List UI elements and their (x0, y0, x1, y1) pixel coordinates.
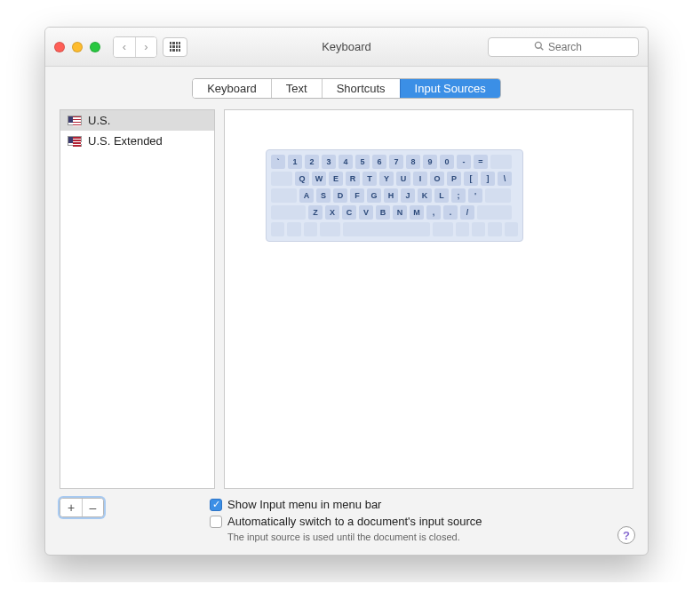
nav-buttons: ‹ › (113, 36, 157, 58)
tab-input-sources[interactable]: Input Sources (400, 79, 500, 98)
window-controls (54, 42, 100, 52)
add-remove-buttons: + – (60, 498, 104, 517)
tab-text[interactable]: Text (271, 79, 322, 98)
key-capslock (271, 188, 297, 203)
key: Z (308, 205, 323, 220)
input-source-label: U.S. (88, 114, 110, 127)
search-input[interactable] (548, 41, 593, 53)
tab-keyboard[interactable]: Keyboard (193, 79, 271, 98)
key: E (329, 172, 343, 186)
key: X (325, 205, 339, 220)
key: 9 (423, 155, 437, 169)
key-option-right (456, 222, 469, 236)
key: L (434, 188, 449, 203)
remove-source-button[interactable]: – (82, 499, 103, 516)
key: W (312, 172, 326, 186)
key-command-right (433, 222, 453, 236)
key: S (316, 188, 331, 203)
key: U (396, 172, 410, 186)
back-button[interactable]: ‹ (114, 37, 135, 57)
key: C (342, 205, 356, 220)
forward-button[interactable]: › (135, 37, 156, 57)
key: 4 (339, 155, 353, 169)
key: ] (481, 172, 495, 186)
key: 5 (355, 155, 370, 169)
key-arrow-left (472, 222, 485, 236)
auto-switch-checkbox[interactable] (210, 516, 222, 528)
key: 0 (440, 155, 454, 169)
key: / (460, 205, 474, 220)
key: - (457, 155, 471, 169)
key-arrow-up-down (488, 222, 501, 236)
key-fn (271, 222, 284, 236)
key: \ (498, 172, 512, 186)
key: K (418, 188, 432, 203)
svg-point-0 (535, 42, 541, 48)
key-shift-left (271, 205, 306, 220)
help-button[interactable]: ? (617, 526, 635, 544)
flag-us-extended-icon: u (68, 136, 82, 146)
key: 2 (305, 155, 319, 169)
key: G (367, 188, 381, 203)
key-arrow-right (505, 222, 518, 236)
key-space (343, 222, 430, 236)
close-icon[interactable] (54, 42, 65, 52)
key: 1 (288, 155, 302, 169)
keyboard-layout: ` 1 2 3 4 5 6 7 8 9 0 - = (266, 149, 523, 242)
show-all-button[interactable] (163, 37, 187, 57)
add-source-button[interactable]: + (60, 499, 82, 516)
key: O (430, 172, 444, 186)
show-input-menu-checkbox[interactable] (210, 499, 222, 511)
key: 3 (322, 155, 336, 169)
key: J (401, 188, 415, 203)
key: 8 (406, 155, 420, 169)
key: 7 (389, 155, 403, 169)
show-input-menu-label: Show Input menu in menu bar (227, 498, 381, 511)
flag-us-icon (68, 116, 82, 125)
input-source-label: U.S. Extended (88, 134, 163, 148)
key-backspace (490, 155, 512, 169)
key: R (346, 172, 360, 186)
input-source-list[interactable]: U.S. u U.S. Extended (60, 109, 215, 489)
auto-switch-label: Automatically switch to a document's inp… (227, 515, 482, 528)
key: A (299, 188, 314, 203)
key: [ (464, 172, 478, 186)
key: P (447, 172, 461, 186)
key-command-left (320, 222, 340, 236)
search-field[interactable] (488, 37, 639, 57)
key: . (443, 205, 458, 220)
key-tab (271, 172, 292, 186)
minimize-icon[interactable] (72, 42, 83, 52)
key: B (376, 205, 390, 220)
tab-bar: Keyboard Text Shortcuts Input Sources (45, 78, 648, 99)
keyboard-preferences-window: ‹ › Keyboard Keyboard Text Shortcuts Inp… (44, 27, 649, 556)
key: V (359, 205, 373, 220)
keyboard-preview: ` 1 2 3 4 5 6 7 8 9 0 - = (224, 109, 633, 489)
key: Q (295, 172, 309, 186)
search-icon (534, 41, 544, 53)
list-item[interactable]: u U.S. Extended (60, 131, 214, 151)
auto-switch-hint: The input source is used until the docum… (227, 532, 633, 542)
options-section: Show Input menu in menu bar Automaticall… (210, 498, 633, 542)
svg-line-1 (541, 47, 544, 50)
tab-shortcuts[interactable]: Shortcuts (322, 79, 400, 98)
key: ` (271, 155, 285, 169)
key: ' (468, 188, 482, 203)
key: N (393, 205, 407, 220)
key-shift-right (477, 205, 512, 220)
key: , (426, 205, 441, 220)
key: = (474, 155, 488, 169)
key: F (350, 188, 364, 203)
key: H (384, 188, 398, 203)
grid-icon (170, 42, 180, 52)
key: ; (451, 188, 466, 203)
content-area: U.S. u U.S. Extended ` 1 2 3 4 5 6 (45, 99, 648, 555)
titlebar: ‹ › Keyboard (45, 28, 648, 67)
key-control (287, 222, 300, 236)
list-item[interactable]: U.S. (60, 110, 214, 131)
key: T (362, 172, 377, 186)
key: M (410, 205, 424, 220)
zoom-icon[interactable] (90, 42, 100, 52)
key: 6 (372, 155, 386, 169)
key-return (485, 188, 511, 203)
